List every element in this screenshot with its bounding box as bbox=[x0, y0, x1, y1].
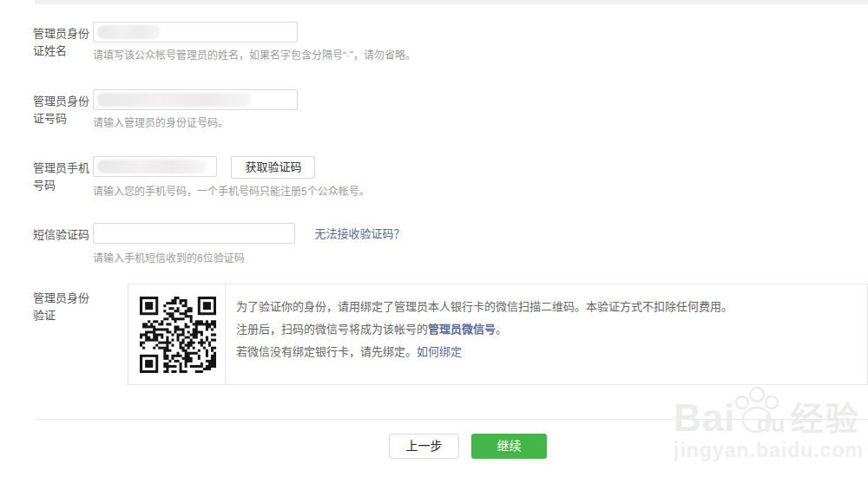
admin-id-input-wrap bbox=[93, 89, 298, 110]
admin-phone-helper: 请输入您的手机号码，一个手机号码只能注册5个公众帐号。 bbox=[93, 185, 370, 199]
sms-code-input-wrap bbox=[93, 223, 295, 244]
admin-name-input-wrap bbox=[93, 22, 298, 42]
get-verification-code-button[interactable]: 获取验证码 bbox=[231, 156, 315, 179]
registration-page: 管理员身份证姓名 请填写该公众帐号管理员的姓名，如果名字包含分隔号“·”，请勿省… bbox=[0, 0, 868, 490]
footer-divider bbox=[35, 419, 868, 420]
verify-line2-suffix: 。 bbox=[496, 323, 507, 336]
admin-wechat-link[interactable]: 管理员微信号 bbox=[428, 323, 496, 336]
admin-phone-label: 管理员手机号码 bbox=[33, 160, 95, 194]
admin-id-label: 管理员身份证号码 bbox=[33, 93, 95, 127]
verify-instruction-line2: 注册后，扫码的微信号将成为该帐号的管理员微信号。 bbox=[236, 318, 853, 341]
previous-step-button[interactable]: 上一步 bbox=[389, 434, 459, 459]
baidu-jingyan-watermark: Bai du 经验 jingyan.baidu.com bbox=[674, 385, 868, 462]
watermark-du-text: du bbox=[756, 414, 785, 435]
watermark-url: jingyan.baidu.com bbox=[674, 439, 868, 462]
baidu-paw-icon bbox=[733, 385, 780, 435]
admin-phone-input[interactable] bbox=[93, 156, 217, 177]
admin-name-label: 管理员身份证姓名 bbox=[33, 25, 95, 60]
identity-verify-label: 管理员身份验证 bbox=[33, 290, 95, 324]
watermark-bai-text: Bai bbox=[674, 401, 735, 435]
admin-name-input[interactable] bbox=[93, 22, 298, 42]
qr-panel-divider bbox=[225, 284, 226, 384]
verify-line3-prefix: 若微信没有绑定银行卡，请先绑定。 bbox=[236, 345, 417, 358]
wechat-qr-code bbox=[140, 297, 216, 373]
verify-instruction-line3: 若微信没有绑定银行卡，请先绑定。如何绑定 bbox=[236, 341, 853, 363]
sms-code-input[interactable] bbox=[93, 223, 295, 244]
verify-line2-prefix: 注册后，扫码的微信号将成为该帐号的 bbox=[236, 323, 428, 336]
admin-id-helper: 请输入管理员的身份证号码。 bbox=[93, 116, 298, 130]
how-to-bind-link[interactable]: 如何绑定 bbox=[417, 345, 462, 358]
cannot-receive-code-link[interactable]: 无法接收验证码？ bbox=[314, 223, 404, 245]
admin-id-input[interactable] bbox=[93, 89, 298, 110]
sms-code-helper: 请输入手机短信收到的6位验证码 bbox=[93, 252, 404, 265]
continue-button[interactable]: 继续 bbox=[471, 434, 547, 459]
top-divider bbox=[35, 0, 868, 4]
qr-verify-panel: 为了验证你的身份，请用绑定了管理员本人银行卡的微信扫描二维码。本验证方式不扣除任… bbox=[128, 284, 868, 385]
admin-name-helper: 请填写该公众帐号管理员的姓名，如果名字包含分隔号“·”，请勿省略。 bbox=[93, 49, 416, 62]
admin-phone-input-wrap bbox=[93, 156, 217, 177]
sms-code-label: 短信验证码 bbox=[33, 226, 95, 244]
verify-instruction-line1: 为了验证你的身份，请用绑定了管理员本人银行卡的微信扫描二维码。本验证方式不扣除任… bbox=[236, 296, 853, 318]
